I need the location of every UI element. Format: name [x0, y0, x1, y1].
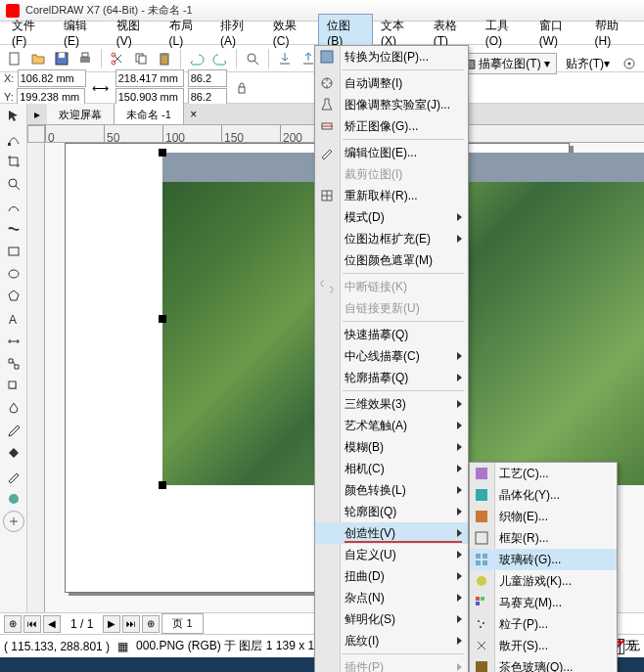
- search-button[interactable]: [242, 48, 263, 69]
- pick-tool[interactable]: [3, 106, 24, 127]
- svg-rect-29: [476, 489, 487, 501]
- bitmap-menu-item-28[interactable]: 扭曲(D): [315, 565, 468, 587]
- quick-customize[interactable]: [3, 511, 24, 532]
- zoom-tool[interactable]: [3, 173, 24, 195]
- import-button[interactable]: [274, 48, 296, 69]
- bitmap-menu-item-22[interactable]: 模糊(B): [315, 436, 468, 458]
- next-page-button[interactable]: ▶: [103, 615, 120, 633]
- last-page-button[interactable]: ⏭: [122, 615, 140, 633]
- creative-item-2[interactable]: 织物(E)...: [470, 506, 617, 527]
- tab-welcome[interactable]: 欢迎屏幕: [47, 104, 115, 124]
- snap-button[interactable]: 贴齐(T) ▾: [561, 53, 615, 74]
- bitmap-menu-item-11[interactable]: 位图颜色遮罩(M): [315, 249, 468, 271]
- outline-bitmap-button[interactable]: ▧描摹位图(T)▾: [458, 53, 556, 74]
- smart-fill-tool[interactable]: [3, 488, 24, 510]
- bitmap-menu-item-9[interactable]: 模式(D): [315, 206, 468, 228]
- text-tool[interactable]: A: [3, 308, 24, 330]
- menu-9[interactable]: 工具(O): [478, 15, 531, 51]
- tab-close-button[interactable]: ×: [184, 104, 204, 124]
- bitmap-menu-item-4[interactable]: 矫正图像(G)...: [315, 115, 468, 137]
- creative-item-7[interactable]: 粒子(P)...: [470, 613, 617, 635]
- bitmap-menu-item-3[interactable]: 图像调整实验室(J)...: [315, 94, 468, 115]
- x-field[interactable]: 106.82 mm: [18, 69, 86, 87]
- transparency-tool[interactable]: [3, 398, 24, 420]
- menu-2[interactable]: 视图(V): [109, 15, 161, 51]
- add-page-button[interactable]: ⊕: [4, 615, 22, 633]
- ruler-origin[interactable]: [27, 125, 45, 143]
- freehand-tool[interactable]: [3, 196, 24, 217]
- page-tab[interactable]: 页 1: [161, 613, 203, 634]
- outline-pen-tool[interactable]: [3, 466, 24, 487]
- artistic-media-tool[interactable]: [3, 218, 24, 240]
- interactive-fill-tool[interactable]: [3, 443, 24, 465]
- menu-0[interactable]: 文件(F): [4, 15, 56, 51]
- sel-handle-w[interactable]: [159, 315, 166, 323]
- tab-document[interactable]: 未命名 -1: [115, 104, 184, 124]
- save-button[interactable]: [51, 48, 72, 69]
- scale-x-field[interactable]: 86.2: [188, 69, 227, 87]
- open-button[interactable]: [27, 48, 49, 69]
- menu-1[interactable]: 编辑(E): [56, 15, 109, 51]
- shape-tool[interactable]: [3, 128, 24, 150]
- creative-item-9[interactable]: 茶色玻璃(Q)...: [470, 656, 617, 672]
- creative-item-3[interactable]: 框架(R)...: [470, 527, 617, 549]
- creative-item-5[interactable]: 儿童游戏(K)...: [470, 570, 617, 592]
- crop-tool[interactable]: [3, 151, 24, 172]
- creative-item-6[interactable]: 马赛克(M)...: [470, 592, 617, 613]
- redo-button[interactable]: [209, 48, 231, 69]
- creative-item-0[interactable]: 工艺(C)...: [470, 463, 617, 484]
- paste-button[interactable]: [154, 48, 175, 69]
- bitmap-menu-item-21[interactable]: 艺术笔触(A): [315, 415, 468, 436]
- prev-page-button[interactable]: ◀: [43, 615, 61, 633]
- width-field[interactable]: 218.417 mm: [115, 69, 184, 87]
- bitmap-menu-item-18[interactable]: 轮廓描摹(Q): [315, 367, 468, 388]
- copy-button[interactable]: [130, 48, 152, 69]
- sel-handle-nw[interactable]: [159, 149, 166, 157]
- bitmap-menu-item-20[interactable]: 三维效果(3): [315, 393, 468, 415]
- bitmap-menu-item-16[interactable]: 快速描摹(Q): [315, 324, 468, 345]
- add-page-after-button[interactable]: ⊕: [142, 615, 160, 633]
- bitmap-menu-item-29[interactable]: 杂点(N): [315, 587, 468, 608]
- tab-nav-button[interactable]: ▸: [27, 104, 47, 124]
- menu-3[interactable]: 布局(L): [161, 15, 212, 51]
- bitmap-menu-item-6[interactable]: 编辑位图(E)...: [315, 142, 468, 163]
- undo-button[interactable]: [186, 48, 207, 69]
- cut-button[interactable]: [107, 48, 128, 69]
- drop-shadow-tool[interactable]: [3, 376, 24, 397]
- bitmap-menu-item-0[interactable]: 转换为位图(P)...: [315, 46, 468, 67]
- lock-position-icon[interactable]: ⟷: [90, 77, 112, 99]
- creative-item-4[interactable]: 玻璃砖(G)...: [470, 549, 617, 570]
- bitmap-menu-item-8[interactable]: 重新取样(R)...: [315, 185, 468, 206]
- bitmap-menu-item-17[interactable]: 中心线描摹(C): [315, 345, 468, 367]
- bitmap-menu-item-30[interactable]: 鲜明化(S): [315, 608, 468, 630]
- menu-5[interactable]: 效果(C): [265, 15, 318, 51]
- bitmap-menu-item-27[interactable]: 自定义(U): [315, 544, 468, 565]
- first-page-button[interactable]: ⏮: [23, 615, 41, 633]
- bitmap-menu-item-26[interactable]: 创造性(V): [315, 522, 468, 544]
- eyedropper-tool[interactable]: [3, 421, 24, 442]
- new-button[interactable]: [4, 48, 25, 69]
- sel-handle-sw[interactable]: [159, 481, 166, 489]
- connector-tool[interactable]: [3, 353, 24, 375]
- polygon-tool[interactable]: [3, 286, 24, 307]
- options-button[interactable]: [619, 53, 640, 74]
- rectangle-tool[interactable]: [3, 241, 24, 262]
- print-button[interactable]: [74, 48, 96, 69]
- creative-item-1[interactable]: 晶体化(Y)...: [470, 484, 617, 506]
- ellipse-tool[interactable]: [3, 263, 24, 285]
- creative-item-8[interactable]: 散开(S)...: [470, 635, 617, 656]
- bitmap-menu-item-10[interactable]: 位图边框扩充(E): [315, 228, 468, 249]
- menu-11[interactable]: 帮助(H): [587, 15, 640, 51]
- bitmap-menu-item-31[interactable]: 底纹(I): [315, 630, 468, 651]
- menu-4[interactable]: 排列(A): [212, 15, 265, 51]
- lock-ratio-button[interactable]: [231, 77, 253, 99]
- bitmap-menu-item-23[interactable]: 相机(C): [315, 458, 468, 479]
- parallel-dim-tool[interactable]: [3, 331, 24, 352]
- submenu-arrow-icon: [457, 235, 462, 243]
- x-label: X:: [4, 72, 14, 84]
- ruler-vertical[interactable]: [27, 143, 45, 612]
- bitmap-menu-item-2[interactable]: 自动调整(I): [315, 72, 468, 94]
- bitmap-menu-item-24[interactable]: 颜色转换(L): [315, 479, 468, 501]
- bitmap-menu-item-25[interactable]: 轮廓图(Q): [315, 501, 468, 522]
- menu-10[interactable]: 窗口(W): [531, 15, 587, 51]
